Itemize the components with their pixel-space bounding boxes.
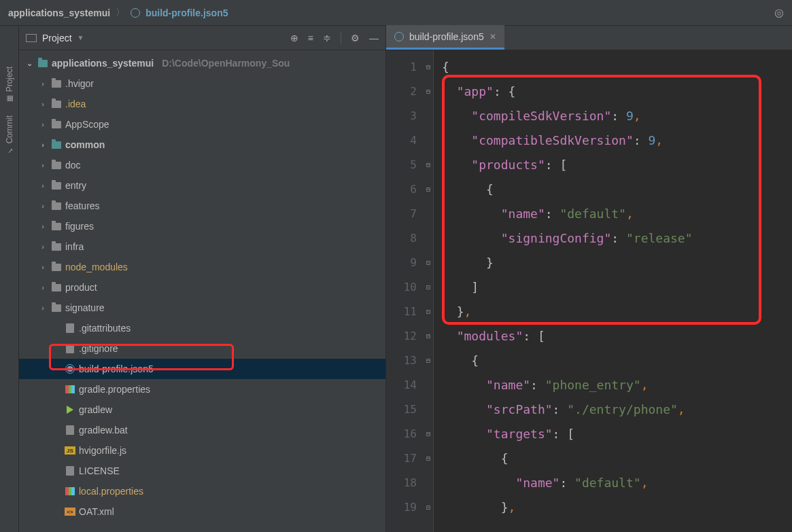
line-number: 16 — [404, 427, 417, 440]
line-number: 19 — [404, 501, 417, 514]
editor-panel: build-profile.json5 ✕ 1⊟ 2⊟ 3 4 5⊟ 6⊟ 7 … — [386, 26, 792, 532]
line-number: 12 — [404, 330, 417, 342]
fold-end-icon[interactable]: ⊡ — [426, 503, 430, 511]
tree-file-gitattributes[interactable]: .gitattributes — [19, 318, 385, 338]
line-number: 14 — [404, 378, 417, 391]
minimize-icon[interactable]: — — [369, 33, 379, 43]
fold-icon[interactable]: ⊟ — [426, 63, 430, 71]
editor-tabbar: build-profile.json5 ✕ — [386, 26, 792, 50]
line-number: 1 — [410, 60, 417, 73]
tree-file-gradlew[interactable]: gradlew — [19, 400, 385, 420]
collapse-all-icon[interactable]: ≑ — [323, 33, 331, 43]
tree-folder-entry[interactable]: ›entry — [19, 175, 385, 196]
tree-folder-appscope[interactable]: ›AppScope — [19, 114, 385, 135]
line-number: 9 — [410, 256, 417, 269]
folder-icon — [50, 121, 63, 128]
tab-filename: build-profile.json5 — [409, 31, 484, 42]
breadcrumb-bar: applications_systemui 〉 build-profile.js… — [0, 0, 792, 26]
fold-end-icon[interactable]: ⊡ — [426, 308, 430, 315]
divider — [341, 32, 341, 44]
tree-folder-features[interactable]: ›features — [19, 196, 385, 216]
tree-root[interactable]: ⌄ applications_systemui D:\Code\OpenHarm… — [19, 53, 385, 73]
module-icon — [50, 141, 63, 149]
tree-folder-node-modules[interactable]: ›node_modules — [19, 257, 385, 277]
tree-folder-figures[interactable]: ›figures — [19, 216, 385, 236]
breadcrumb-file[interactable]: build-profile.json5 — [131, 7, 228, 18]
project-tree[interactable]: ⌄ applications_systemui D:\Code\OpenHarm… — [19, 50, 385, 532]
fold-icon[interactable]: ⊟ — [426, 161, 430, 169]
fold-end-icon[interactable]: ⊡ — [426, 259, 430, 266]
json-icon — [394, 32, 404, 41]
fold-end-icon[interactable]: ⊡ — [426, 283, 430, 291]
breadcrumb-root[interactable]: applications_systemui — [8, 7, 110, 18]
chevron-right-icon: 〉 — [116, 7, 125, 19]
tree-folder-hvigor[interactable]: ›.hvigor — [19, 73, 385, 94]
line-number: 2 — [410, 85, 417, 98]
folder-icon — [50, 101, 63, 108]
select-opened-icon[interactable]: ⊕ — [290, 33, 298, 43]
xml-icon: <> — [64, 508, 76, 516]
tree-file-gradle-properties[interactable]: gradle.properties — [19, 379, 385, 400]
tree-folder-doc[interactable]: ›doc — [19, 155, 385, 175]
folder-icon — [50, 223, 63, 230]
fold-icon[interactable]: ⊟ — [426, 185, 430, 193]
editor-body[interactable]: 1⊟ 2⊟ 3 4 5⊟ 6⊟ 7 8 9⊡ 10⊡ 11⊡ 12⊟ 13⊟ 1… — [386, 50, 792, 532]
line-number: 18 — [404, 476, 417, 489]
properties-icon — [64, 487, 76, 495]
commit-icon: ✓ — [5, 147, 14, 156]
properties-icon — [64, 385, 76, 393]
line-number: 8 — [410, 232, 417, 245]
tree-file-hvigorfile[interactable]: JShvigorfile.js — [19, 440, 385, 461]
file-icon — [64, 466, 76, 476]
project-panel-header: Project ▼ ⊕ ≡ ≑ ⚙ — — [19, 26, 385, 50]
line-number: 3 — [410, 109, 417, 122]
tree-folder-signature[interactable]: ›signature — [19, 298, 385, 318]
file-icon — [64, 425, 76, 435]
gutter: 1⊟ 2⊟ 3 4 5⊟ 6⊟ 7 8 9⊡ 10⊡ 11⊡ 12⊟ 13⊟ 1… — [386, 50, 434, 532]
tree-folder-idea[interactable]: ›.idea — [19, 94, 385, 114]
tree-file-local-properties[interactable]: local.properties — [19, 481, 385, 501]
folder-icon — [50, 264, 63, 271]
commit-tool-tab[interactable]: ✓ Commit — [5, 116, 14, 155]
folder-icon — [50, 182, 63, 190]
gear-icon[interactable]: ⚙ — [351, 33, 360, 43]
tree-folder-infra[interactable]: ›infra — [19, 236, 385, 257]
fold-icon[interactable]: ⊟ — [426, 455, 430, 462]
dropdown-icon[interactable]: ▼ — [78, 34, 84, 41]
fold-icon[interactable]: ⊟ — [426, 357, 430, 364]
line-number: 10 — [404, 281, 417, 294]
project-panel: Project ▼ ⊕ ≡ ≑ ⚙ — ⌄ applications_syste… — [19, 26, 386, 532]
tree-file-build-profile[interactable]: build-profile.json5 — [19, 359, 385, 379]
editor-tab-build-profile[interactable]: build-profile.json5 ✕ — [386, 25, 504, 50]
tree-file-gradlew-bat[interactable]: gradlew.bat — [19, 420, 385, 440]
fold-icon[interactable]: ⊟ — [426, 88, 430, 95]
line-number: 13 — [404, 354, 417, 367]
tree-file-license[interactable]: LICENSE — [19, 461, 385, 481]
js-icon: JS — [64, 446, 76, 455]
line-number: 11 — [404, 305, 417, 318]
folder-icon — [50, 304, 63, 312]
tree-file-oat-xml[interactable]: <>OAT.xml — [19, 501, 385, 522]
tree-file-gitignore[interactable]: .gitignore — [19, 338, 385, 359]
project-tool-tab[interactable]: ▦ Project — [5, 67, 14, 103]
module-icon — [37, 60, 49, 67]
tree-folder-common[interactable]: ›common — [19, 135, 385, 155]
script-icon — [64, 406, 76, 414]
expand-all-icon[interactable]: ≡ — [308, 33, 313, 43]
folder-icon — [50, 284, 63, 291]
line-number: 17 — [404, 452, 417, 465]
fold-icon[interactable]: ⊟ — [426, 332, 430, 340]
line-number: 6 — [410, 183, 417, 196]
tree-folder-product[interactable]: ›product — [19, 277, 385, 298]
line-number: 7 — [410, 207, 417, 220]
code-area[interactable]: { "app": { "compileSdkVersion": 9, "comp… — [434, 50, 792, 532]
target-icon[interactable]: ◎ — [774, 6, 784, 19]
file-icon — [64, 344, 76, 353]
folder-icon — [50, 80, 63, 88]
expander-icon[interactable]: ⌄ — [24, 59, 34, 68]
project-panel-title: Project — [42, 33, 72, 43]
fold-icon[interactable]: ⊟ — [426, 430, 430, 438]
folder-icon — [50, 202, 63, 210]
file-icon — [64, 323, 76, 333]
close-icon[interactable]: ✕ — [489, 32, 496, 41]
